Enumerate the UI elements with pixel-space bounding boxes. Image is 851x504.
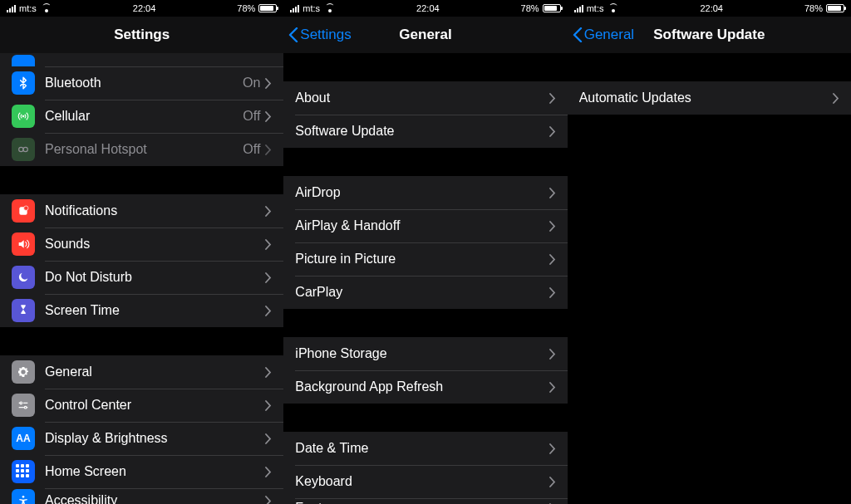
settings-row-homescreen[interactable]: Home Screen [0, 455, 283, 488]
row-label: Cellular [45, 109, 243, 124]
general-row-softwareupdate[interactable]: Software Update [283, 115, 567, 148]
chevron-right-icon [265, 239, 272, 250]
signal-icon [574, 5, 583, 12]
chevron-right-icon [265, 272, 272, 283]
row-label: Display & Brightness [45, 431, 265, 446]
chevron-right-icon [549, 221, 556, 232]
row-label: CarPlay [295, 285, 548, 300]
general-row-datetime[interactable]: Date & Time [283, 432, 567, 465]
chevron-right-icon [833, 93, 839, 104]
row-label: About [295, 91, 548, 105]
settings-row-dnd[interactable]: Do Not Disturb [0, 261, 283, 294]
status-bar: mt:s 22:04 78% [283, 0, 567, 17]
row-label: Background App Refresh [295, 379, 548, 394]
wifi-row-icon [12, 55, 35, 66]
general-row-about[interactable]: About [283, 81, 567, 115]
clock-label: 22:04 [133, 3, 156, 13]
row-label: Do Not Disturb [45, 270, 265, 285]
wifi-icon [325, 4, 335, 12]
chevron-right-icon [265, 78, 272, 89]
nav-bar: Settings [0, 17, 283, 53]
settings-row-cellular[interactable]: Cellular Off [0, 100, 283, 133]
general-row-carplay[interactable]: CarPlay [283, 276, 567, 309]
row-value: Off [243, 109, 260, 124]
general-row-pip[interactable]: Picture in Picture [283, 242, 567, 276]
row-label: General [45, 365, 265, 379]
row-label: Picture in Picture [295, 252, 548, 267]
chevron-right-icon [265, 400, 272, 411]
row-label: Date & Time [295, 441, 548, 456]
settings-row-accessibility[interactable]: Accessibility [0, 488, 283, 504]
row-label: Home Screen [45, 464, 265, 479]
chevron-right-icon [549, 93, 556, 104]
signal-icon [7, 5, 16, 12]
general-row-bgrefresh[interactable]: Background App Refresh [283, 370, 567, 404]
settings-pane: mt:s 22:04 78% Settings [0, 0, 283, 504]
chevron-right-icon [549, 349, 556, 360]
svg-point-0 [22, 115, 25, 118]
automatic-updates-row[interactable]: Automatic Updates [568, 81, 851, 115]
svg-point-8 [24, 406, 27, 409]
accessibility-icon [12, 489, 35, 504]
settings-row-bluetooth[interactable]: Bluetooth On [0, 66, 283, 100]
softwareupdate-pane: mt:s 22:04 78% General Software Update A… [568, 0, 851, 504]
row-label: Keyboard [295, 474, 548, 489]
controlcenter-icon [12, 394, 35, 417]
row-label: Software Update [295, 124, 548, 139]
svg-point-5 [20, 402, 22, 404]
chevron-right-icon [549, 382, 556, 393]
chevron-right-icon [549, 287, 556, 298]
general-row-keyboard[interactable]: Keyboard [283, 465, 567, 498]
settings-row-notifications[interactable]: Notifications [0, 194, 283, 228]
hotspot-icon [12, 138, 35, 161]
display-icon: AA [12, 427, 35, 450]
settings-row-controlcenter[interactable]: Control Center [0, 389, 283, 422]
page-title: Settings [114, 27, 170, 43]
chevron-right-icon [265, 111, 272, 122]
row-label: Automatic Updates [579, 91, 833, 105]
softwareupdate-list[interactable]: Automatic Updates [568, 53, 851, 504]
settings-list[interactable]: Bluetooth On Cellular Off Person [0, 53, 283, 504]
chevron-right-icon [265, 467, 272, 477]
settings-row-wifi-partial[interactable] [0, 53, 283, 66]
carrier-label: mt:s [19, 3, 37, 13]
back-label: General [584, 27, 634, 43]
chevron-left-icon [288, 27, 298, 42]
battery-pct-label: 78% [804, 3, 823, 13]
dnd-icon [12, 266, 35, 289]
row-label: Sounds [45, 237, 265, 252]
settings-row-hotspot[interactable]: Personal Hotspot Off [0, 133, 283, 166]
cellular-icon [12, 105, 35, 128]
settings-row-screentime[interactable]: Screen Time [0, 294, 283, 327]
back-button[interactable]: Settings [288, 27, 351, 43]
svg-point-2 [23, 147, 27, 151]
chevron-right-icon [265, 496, 272, 505]
page-title: General [399, 27, 451, 43]
general-list[interactable]: About Software Update AirDrop AirPlay & … [283, 53, 567, 504]
general-row-fonts[interactable]: Fonts [283, 498, 567, 504]
general-row-airplay[interactable]: AirPlay & Handoff [283, 209, 567, 242]
gear-icon [12, 360, 35, 384]
row-label: Accessibility [45, 493, 265, 504]
row-label: Control Center [45, 398, 265, 413]
nav-bar: General Software Update [568, 17, 851, 53]
back-button[interactable]: General [573, 27, 634, 43]
chevron-right-icon [549, 188, 556, 198]
screentime-icon [12, 299, 35, 322]
page-title: Software Update [653, 27, 765, 43]
settings-row-display[interactable]: AA Display & Brightness [0, 422, 283, 455]
status-bar: mt:s 22:04 78% [568, 0, 851, 17]
nav-bar: Settings General [283, 17, 567, 53]
general-row-airdrop[interactable]: AirDrop [283, 176, 567, 209]
general-row-storage[interactable]: iPhone Storage [283, 337, 567, 370]
chevron-right-icon [265, 206, 272, 217]
battery-icon [826, 4, 844, 12]
chevron-right-icon [549, 477, 556, 487]
row-label: Notifications [45, 203, 265, 218]
status-bar: mt:s 22:04 78% [0, 0, 283, 17]
settings-row-general[interactable]: General [0, 355, 283, 389]
general-pane: mt:s 22:04 78% Settings General About [283, 0, 567, 504]
wifi-icon [42, 4, 52, 12]
settings-row-sounds[interactable]: Sounds [0, 228, 283, 261]
clock-label: 22:04 [416, 3, 440, 13]
